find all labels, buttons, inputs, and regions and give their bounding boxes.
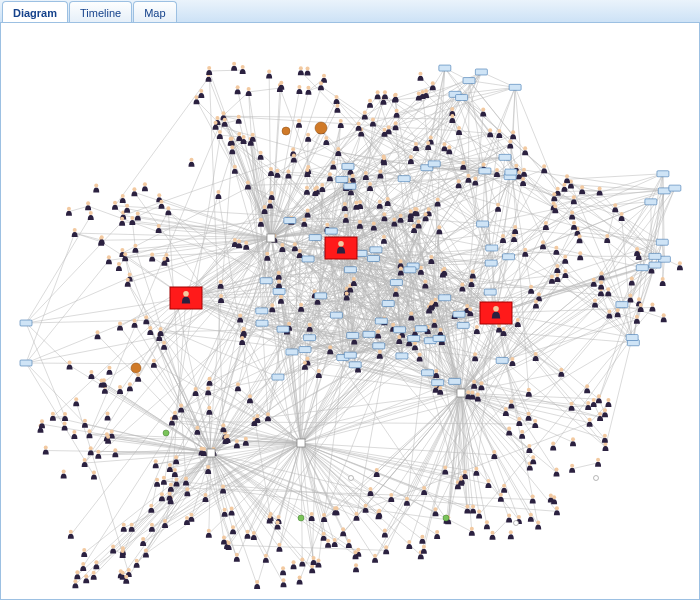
person-node[interactable] (530, 495, 536, 504)
entity-bluebox[interactable] (415, 326, 427, 332)
person-node[interactable] (268, 167, 274, 176)
person-node[interactable] (72, 228, 78, 237)
person-node[interactable] (677, 261, 683, 270)
person-node[interactable] (231, 62, 237, 71)
person-node[interactable] (221, 536, 227, 545)
entity-bluebox[interactable] (347, 332, 359, 338)
entity-bluebox[interactable] (330, 312, 342, 318)
person-node[interactable] (266, 69, 272, 78)
person-node[interactable] (584, 384, 590, 393)
person-node[interactable] (595, 458, 601, 467)
person-node[interactable] (321, 532, 327, 541)
sphere-node[interactable] (131, 363, 141, 373)
entity-bluebox[interactable] (336, 176, 348, 182)
entity-bluebox[interactable] (649, 262, 661, 268)
white-marker[interactable] (514, 521, 519, 526)
person-node[interactable] (605, 398, 611, 407)
sphere-node[interactable] (315, 122, 327, 134)
entity-bluebox[interactable] (284, 218, 296, 224)
entity-bluebox[interactable] (344, 183, 356, 189)
person-node[interactable] (71, 430, 77, 439)
person-node[interactable] (132, 319, 138, 328)
tab-map[interactable]: Map (133, 1, 176, 23)
person-node[interactable] (319, 183, 325, 192)
person-node[interactable] (117, 322, 123, 331)
person-node[interactable] (354, 512, 360, 521)
person-node[interactable] (297, 575, 303, 584)
person-node[interactable] (112, 201, 118, 210)
person-node[interactable] (435, 197, 441, 206)
entity-bluebox[interactable] (299, 347, 311, 353)
entity-bluebox[interactable] (626, 335, 638, 341)
person-node[interactable] (291, 560, 297, 569)
entity-bluebox[interactable] (485, 260, 497, 266)
hub-node[interactable] (267, 234, 275, 242)
white-marker[interactable] (349, 476, 354, 481)
entity-bluebox[interactable] (456, 95, 468, 101)
person-node[interactable] (68, 530, 74, 539)
entity-bluebox[interactable] (370, 247, 382, 253)
person-node[interactable] (469, 527, 475, 536)
person-node[interactable] (87, 429, 93, 438)
person-node[interactable] (327, 345, 333, 354)
person-node[interactable] (188, 513, 194, 522)
person-node[interactable] (168, 483, 174, 492)
person-node[interactable] (388, 493, 394, 502)
entity-bluebox[interactable] (404, 267, 416, 273)
person-node[interactable] (305, 66, 311, 75)
entity-bluebox[interactable] (463, 78, 475, 84)
person-node[interactable] (309, 564, 315, 573)
person-node[interactable] (235, 85, 241, 94)
entity-bluebox[interactable] (486, 245, 498, 251)
person-node[interactable] (88, 446, 94, 455)
graph-canvas[interactable] (0, 22, 700, 600)
entity-bluebox[interactable] (645, 199, 657, 205)
person-node[interactable] (276, 543, 282, 552)
entity-bluebox[interactable] (342, 163, 354, 169)
person-node[interactable] (334, 95, 340, 104)
person-node[interactable] (503, 407, 509, 416)
entity-bluebox[interactable] (503, 254, 515, 260)
person-node[interactable] (367, 99, 373, 108)
person-node[interactable] (480, 107, 486, 116)
entity-bluebox[interactable] (449, 378, 461, 384)
entity-bluebox[interactable] (658, 188, 670, 194)
entity-bluebox[interactable] (286, 349, 298, 355)
entity-bluebox[interactable] (422, 370, 434, 376)
person-node[interactable] (476, 509, 482, 518)
person-node[interactable] (149, 523, 155, 532)
entity-bluebox[interactable] (656, 239, 668, 245)
person-node[interactable] (88, 211, 94, 220)
person-node[interactable] (591, 398, 597, 407)
entity-bluebox[interactable] (669, 185, 681, 191)
person-node[interactable] (124, 204, 130, 213)
person-node[interactable] (406, 540, 412, 549)
entity-bluebox[interactable] (344, 352, 356, 358)
green-marker[interactable] (298, 515, 304, 521)
person-node[interactable] (509, 357, 515, 366)
person-node[interactable] (240, 65, 246, 74)
person-node[interactable] (91, 571, 97, 580)
entity-bluebox[interactable] (273, 288, 285, 294)
entity-bluebox[interactable] (432, 380, 444, 386)
entity-bluebox[interactable] (439, 295, 451, 301)
sphere-node[interactable] (282, 127, 290, 135)
person-node[interactable] (72, 579, 78, 588)
person-node[interactable] (131, 187, 137, 196)
entity-bluebox[interactable] (349, 362, 361, 368)
person-node[interactable] (385, 197, 391, 206)
person-node[interactable] (510, 130, 516, 139)
person-node[interactable] (375, 90, 381, 99)
person-node[interactable] (334, 104, 340, 113)
entity-bluebox[interactable] (302, 256, 314, 262)
entity-bluebox[interactable] (363, 331, 375, 337)
person-node[interactable] (106, 366, 112, 375)
network-diagram[interactable] (1, 23, 699, 599)
entity-bluebox[interactable] (375, 318, 387, 324)
entity-bluebox[interactable] (272, 374, 284, 380)
entity-bluebox[interactable] (477, 221, 489, 227)
person-node[interactable] (280, 566, 286, 575)
person-node[interactable] (148, 504, 154, 513)
person-node[interactable] (596, 394, 602, 403)
person-node[interactable] (142, 182, 148, 191)
